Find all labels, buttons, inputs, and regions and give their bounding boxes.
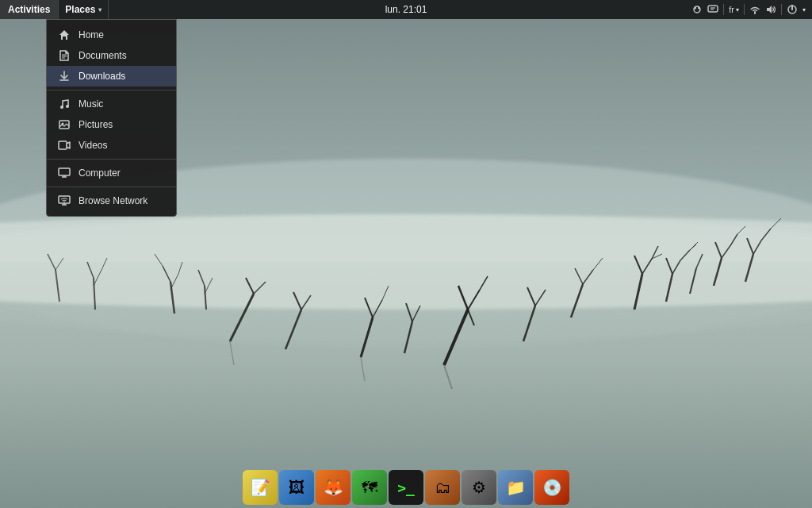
places-menu: Home Documents: [46, 19, 177, 217]
menu-item-network[interactable]: Browse Network: [47, 190, 176, 211]
videos-icon: [58, 139, 71, 152]
dock-photo-icon[interactable]: 🖼: [279, 470, 314, 505]
dock-settings-icon[interactable]: ⚙: [462, 470, 496, 505]
activities-label: Activities: [8, 4, 50, 15]
menu-item-home-label: Home: [79, 29, 104, 40]
places-button[interactable]: Places ▾: [59, 0, 109, 19]
svg-rect-89: [59, 141, 67, 149]
tray-power-arrow-icon: ▾: [802, 6, 806, 13]
menu-item-videos-label: Videos: [79, 140, 107, 151]
topbar: Activities Places ▾ lun. 21:01: [0, 0, 812, 19]
tray-separator-1: [723, 4, 724, 15]
svg-rect-74: [708, 6, 718, 12]
svg-rect-90: [59, 168, 70, 175]
menu-item-network-label: Browse Network: [79, 195, 147, 206]
documents-icon: [58, 49, 71, 62]
menu-item-documents-label: Documents: [79, 50, 127, 61]
tray-volume-icon[interactable]: [765, 4, 776, 15]
tray-language-arrow-icon: ▾: [736, 6, 739, 13]
taskbar: 📝 🖼 🦊 🗺 >_ 🗂 ⚙ 📁 💿: [243, 470, 569, 508]
menu-item-computer[interactable]: Computer: [47, 163, 176, 183]
dock-notes-icon[interactable]: 📝: [243, 470, 278, 505]
places-label: Places: [65, 4, 95, 15]
tray-wifi-icon[interactable]: [749, 4, 760, 15]
tray-separator-3: [781, 4, 782, 15]
menu-separator-1: [47, 90, 176, 90]
svg-point-73: [698, 7, 700, 10]
svg-marker-77: [767, 6, 772, 13]
activities-button[interactable]: Activities: [0, 0, 59, 19]
tray-chat-icon[interactable]: [707, 4, 718, 15]
menu-item-computer-label: Computer: [79, 167, 121, 179]
dock-filemanager-icon[interactable]: 📁: [498, 470, 533, 505]
menu-item-home[interactable]: Home: [47, 25, 176, 45]
dock-disk-icon[interactable]: 💿: [534, 470, 569, 505]
menu-item-pictures[interactable]: Pictures: [47, 114, 176, 135]
tray-power-icon[interactable]: [787, 4, 798, 15]
dock-folder-icon[interactable]: 🗂: [425, 470, 460, 505]
desktop: Activities Places ▾ lun. 21:01: [0, 0, 812, 508]
clock: lun. 21:01: [385, 4, 427, 15]
menu-item-pictures-label: Pictures: [79, 119, 113, 130]
menu-separator-3: [47, 187, 176, 187]
menu-separator-2: [47, 159, 176, 160]
tray-bluetooth-icon[interactable]: [691, 4, 703, 15]
menu-item-music[interactable]: Music: [47, 94, 176, 114]
svg-point-4: [0, 214, 812, 310]
menu-item-downloads[interactable]: Downloads: [47, 66, 176, 87]
home-icon: [58, 29, 71, 41]
menu-item-documents[interactable]: Documents: [47, 45, 176, 66]
menu-item-videos[interactable]: Videos: [47, 135, 176, 156]
tray-separator-2: [744, 4, 745, 15]
dock-terminal-icon[interactable]: >_: [389, 470, 423, 505]
svg-point-96: [63, 201, 65, 202]
menu-item-downloads-label: Downloads: [79, 71, 125, 82]
downloads-icon: [58, 70, 71, 83]
dock-maps-icon[interactable]: 🗺: [352, 470, 387, 505]
network-icon: [58, 194, 71, 207]
svg-point-85: [60, 106, 63, 109]
tray-language-button[interactable]: fr ▾: [729, 5, 739, 14]
menu-item-music-label: Music: [79, 98, 103, 110]
svg-point-86: [66, 105, 69, 108]
pictures-icon: [58, 118, 71, 131]
svg-point-72: [694, 7, 696, 10]
places-arrow-icon: ▾: [98, 6, 102, 13]
dock-firefox-icon[interactable]: 🦊: [316, 470, 350, 505]
computer-icon: [58, 167, 71, 179]
music-icon: [58, 98, 71, 110]
tray-language-label: fr: [729, 5, 734, 14]
system-tray: fr ▾: [691, 4, 812, 15]
